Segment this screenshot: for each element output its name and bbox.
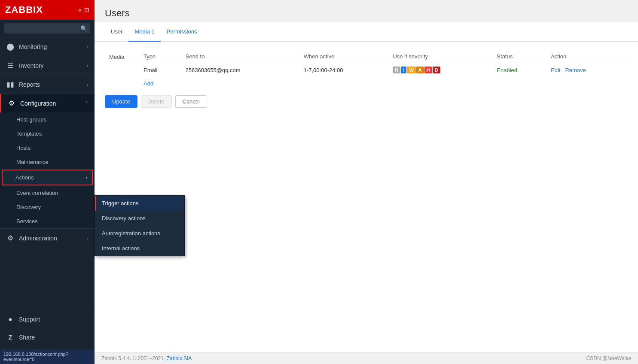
severity-badges: N I W A H D — [393, 67, 488, 73]
tab-permissions[interactable]: Permissions — [161, 22, 203, 42]
nav-section-monitoring: ⬤ Monitoring › — [0, 37, 95, 56]
chevron-icon: › — [87, 82, 89, 87]
dropdown-item-trigger-actions[interactable]: Trigger actions — [95, 196, 184, 211]
sidebar-item-maintenance[interactable]: Maintenance — [0, 155, 95, 169]
media-severity: N I W A H D — [388, 63, 492, 77]
sidebar-item-label: Configuration — [20, 100, 80, 107]
media-row: Email 2563603655@qq.com 1-7,00:00-24:00 … — [105, 63, 628, 77]
support-icon: ● — [6, 315, 15, 323]
media-table: Media Type Send to When active Use if se… — [105, 50, 628, 90]
sidebar-item-templates[interactable]: Templates — [0, 127, 95, 141]
delete-button[interactable]: Delete — [141, 95, 172, 108]
cancel-button[interactable]: Cancel — [175, 95, 207, 108]
media-status: Enabled — [492, 63, 546, 77]
chevron-icon: › — [87, 63, 89, 68]
nav-section-inventory: ☰ Inventory › — [0, 56, 95, 75]
sidebar: ZABBIX « ⊡ 🔍 ⬤ Monitoring › ☰ Inventory … — [0, 0, 95, 364]
nav-section-reports: ▮▮ Reports › — [0, 75, 95, 94]
badge-a: A — [416, 67, 424, 73]
media-type: Email — [139, 63, 181, 77]
logo-text: ZABBIX — [5, 4, 43, 15]
edit-link[interactable]: Edit — [551, 67, 560, 73]
sidebar-item-host-groups[interactable]: Host groups — [0, 112, 95, 127]
media-label-header: Media — [105, 50, 139, 63]
add-row: Add — [105, 77, 628, 90]
sidebar-item-support[interactable]: ● Support — [0, 310, 95, 328]
inventory-icon: ☰ — [6, 61, 15, 70]
share-icon: Z — [6, 334, 15, 341]
footer-right: CSDN @NeaWalke — [586, 355, 631, 361]
collapse-icon[interactable]: « — [78, 6, 82, 13]
nav-section-configuration: ⚙ Configuration ⌃ Host groups Templates … — [0, 94, 95, 228]
media-when-active: 1-7,00:00-24:00 — [299, 63, 389, 77]
badge-n: N — [393, 67, 400, 73]
col-send-to: Send to — [181, 50, 299, 63]
badge-w: W — [407, 67, 415, 73]
logo-icons: « ⊡ — [78, 6, 89, 13]
config-sub-menu: Host groups Templates Hosts Maintenance … — [0, 112, 95, 228]
search-icon: 🔍 — [80, 25, 87, 32]
col-severity: Use if severity — [388, 50, 492, 63]
chevron-icon: ⌃ — [85, 100, 89, 106]
col-status: Status — [492, 50, 546, 63]
nav-section-administration: ⚙ Administration › — [0, 228, 95, 247]
sidebar-item-share[interactable]: Z Share — [0, 328, 95, 346]
sidebar-item-reports[interactable]: ▮▮ Reports › — [0, 75, 95, 94]
badge-h: H — [424, 67, 432, 73]
form-buttons: Update Delete Cancel — [105, 95, 628, 108]
sidebar-item-label: Inventory — [19, 62, 82, 69]
logo-area: ZABBIX « ⊡ — [0, 0, 95, 20]
remove-link[interactable]: Remove — [565, 67, 586, 73]
administration-icon: ⚙ — [6, 234, 15, 242]
sidebar-item-monitoring[interactable]: ⬤ Monitoring › — [0, 37, 95, 56]
footer-link[interactable]: Zabbix SIA — [167, 355, 192, 361]
sidebar-item-discovery[interactable]: Discovery — [0, 200, 95, 214]
sidebar-item-administration[interactable]: ⚙ Administration › — [0, 229, 95, 247]
dropdown-item-internal-actions[interactable]: Internal actions — [95, 241, 184, 256]
col-type: Type — [139, 50, 181, 63]
tab-user[interactable]: User — [105, 22, 128, 42]
media-actions: Edit Remove — [546, 63, 628, 77]
media-send-to: 2563603655@qq.com — [181, 63, 299, 77]
add-media-link[interactable]: Add — [143, 80, 153, 87]
sidebar-item-label: Administration — [19, 235, 82, 242]
page-header: Users — [95, 0, 638, 22]
actions-dropdown: Trigger actions Discovery actions Autore… — [95, 195, 185, 256]
page-title: Users — [105, 8, 628, 19]
tab-bar: User Media 1 Permissions — [95, 22, 638, 42]
dropdown-item-autoregistration-actions[interactable]: Autoregistration actions — [95, 226, 184, 241]
monitoring-icon: ⬤ — [6, 42, 15, 51]
badge-i: I — [401, 67, 406, 73]
search-area: 🔍 — [0, 20, 95, 37]
sidebar-item-inventory[interactable]: ☰ Inventory › — [0, 56, 95, 75]
sidebar-item-label: Reports — [19, 81, 82, 88]
tab-media[interactable]: Media 1 — [128, 22, 160, 42]
main-content: Users User Media 1 Permissions Media Typ… — [95, 0, 638, 364]
col-when-active: When active — [299, 50, 389, 63]
reports-icon: ▮▮ — [6, 80, 15, 88]
sidebar-item-hosts[interactable]: Hosts — [0, 141, 95, 155]
badge-d: D — [433, 67, 440, 73]
status-bar: 192.168.8.130/actionconf.php?eventsource… — [0, 349, 95, 364]
sidebar-item-label: Monitoring — [19, 43, 82, 50]
sidebar-item-actions[interactable]: Actions ‹ — [2, 170, 93, 185]
expand-icon[interactable]: ⊡ — [84, 6, 89, 13]
dropdown-item-discovery-actions[interactable]: Discovery actions — [95, 211, 184, 226]
chevron-icon: › — [87, 236, 89, 241]
configuration-icon: ⚙ — [7, 99, 16, 107]
footer-left: Zabbix 5.4.4. © 2001–2021, Zabbix SIA — [101, 355, 192, 361]
search-input[interactable] — [4, 23, 90, 33]
chevron-left-icon: ‹ — [86, 175, 88, 181]
footer: Zabbix 5.4.4. © 2001–2021, Zabbix SIA CS… — [95, 352, 638, 364]
update-button[interactable]: Update — [105, 95, 137, 108]
chevron-icon: › — [87, 44, 89, 49]
sidebar-item-configuration[interactable]: ⚙ Configuration ⌃ — [0, 94, 95, 112]
sidebar-item-event-correlation[interactable]: Event correlation — [0, 186, 95, 200]
sidebar-item-label: Share — [19, 334, 89, 341]
sidebar-item-label: Support — [19, 316, 89, 323]
sidebar-item-services[interactable]: Services — [0, 214, 95, 228]
col-action: Action — [546, 50, 628, 63]
